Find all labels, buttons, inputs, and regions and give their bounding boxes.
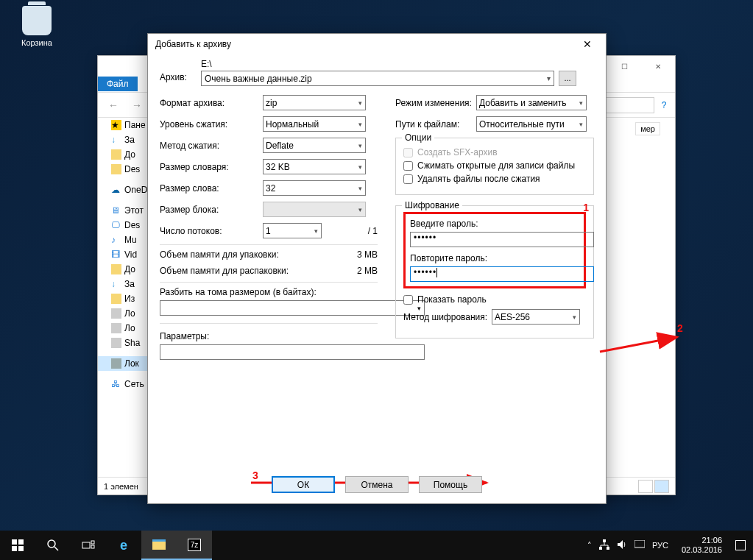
show-password-checkbox[interactable]: Показать пароль (403, 294, 586, 305)
dialog-title-text: Добавить к архиву (155, 39, 576, 49)
update-label: Режим изменения: (395, 98, 476, 108)
cancel-button[interactable]: Отмена (345, 476, 409, 493)
dialog-buttons: ОК Отмена Помощь (148, 476, 606, 493)
password-repeat-input[interactable]: •••••• (410, 266, 594, 282)
svg-rect-3 (18, 539, 24, 545)
view-details-button[interactable] (638, 480, 653, 493)
forward-button[interactable]: → (127, 99, 146, 111)
sidebar-item[interactable]: 🖥Этот (98, 203, 155, 218)
recycle-bin[interactable]: Корзина (15, 6, 59, 47)
tray-network-icon[interactable] (599, 539, 609, 551)
split-label: Разбить на тома размером (в байтах): (160, 287, 378, 297)
threads-label: Число потоков: (160, 226, 263, 236)
7zip-taskbar-button[interactable]: 7z (177, 531, 212, 560)
options-group-title: Опции (402, 132, 434, 143)
threads-select[interactable]: 1▾ (263, 223, 322, 238)
svg-line-7 (54, 547, 58, 550)
maximize-button[interactable]: ☐ (607, 56, 641, 77)
svg-rect-13 (603, 539, 606, 542)
method-select[interactable]: Deflate▾ (263, 138, 366, 153)
mem-pack-label: Объем памяти для упаковки: (160, 249, 357, 260)
paths-label: Пути к файлам: (395, 119, 476, 130)
level-select[interactable]: Нормальный▾ (263, 116, 366, 132)
explorer-taskbar-button[interactable] (141, 531, 177, 560)
sidebar-item[interactable]: Из (98, 291, 155, 306)
close-button[interactable]: ✕ (641, 56, 675, 77)
back-button[interactable]: ← (104, 99, 123, 111)
view-icons-button[interactable] (654, 480, 669, 493)
clock-date: 02.03.2016 (682, 545, 722, 555)
block-label: Размер блока: (160, 205, 263, 215)
level-label: Уровень сжатия: (160, 119, 263, 130)
enc-method-select[interactable]: AES-256▾ (492, 309, 580, 325)
sfx-checkbox: Создать SFX-архив (403, 147, 586, 157)
mem-unpack-label: Объем памяти для распаковки: (160, 266, 357, 276)
sidebar-item[interactable]: ★Пане (98, 118, 155, 132)
file-tab[interactable]: Файл (98, 77, 138, 91)
threads-max: / 1 (368, 226, 378, 236)
sidebar-item[interactable]: 🖧Сеть (98, 377, 155, 391)
mem-unpack-value: 2 MB (357, 266, 378, 276)
tray-volume-icon[interactable] (617, 539, 627, 551)
params-label: Параметры: (160, 331, 378, 341)
sidebar-item[interactable]: До (98, 147, 155, 162)
word-select[interactable]: 32▾ (263, 180, 366, 196)
mem-pack-value: 3 MB (357, 249, 378, 260)
sidebar-item[interactable]: ♪Mu (98, 233, 155, 247)
shared-checkbox[interactable]: Сжимать открытые для записи файлы (403, 160, 586, 171)
edge-button[interactable]: e (106, 531, 141, 560)
browse-button[interactable]: ... (559, 71, 576, 86)
tray-chevron-icon[interactable]: ˄ (587, 541, 592, 550)
format-select[interactable]: zip▾ (263, 95, 366, 110)
start-button[interactable] (0, 531, 35, 560)
params-input[interactable] (160, 344, 425, 360)
recycle-bin-icon (22, 6, 52, 35)
sidebar-item[interactable]: Ло (98, 321, 155, 336)
password-input[interactable]: •••••• (410, 232, 594, 247)
sidebar-item[interactable]: 🖵Des (98, 218, 155, 233)
annotation-2: 2 (677, 322, 683, 334)
sidebar-item[interactable]: ↓За (98, 277, 155, 291)
svg-point-6 (48, 540, 55, 547)
split-combo[interactable]: ▾ (160, 300, 425, 316)
view-buttons (638, 480, 669, 493)
sidebar-item[interactable]: Лок (98, 356, 155, 371)
tray-input-icon[interactable] (634, 540, 645, 550)
help-icon[interactable]: ? (659, 100, 669, 110)
paths-select[interactable]: Относительные пути▾ (476, 116, 587, 132)
tray-language[interactable]: РУС (652, 541, 668, 550)
delete-checkbox[interactable]: Удалять файлы после сжатия (403, 174, 586, 184)
enc-method-label: Метод шифрования: (403, 312, 492, 322)
archive-name-value: Очень важные данные.zip (205, 74, 312, 84)
options-group: Опции Создать SFX-архив Сжимать открытые… (395, 138, 594, 195)
status-text: 1 элемен (104, 482, 138, 491)
clock-time: 21:06 (682, 536, 722, 545)
dialog-close-button[interactable]: ✕ (576, 38, 598, 50)
sidebar-item[interactable]: Des (98, 162, 155, 177)
tray-clock[interactable]: 21:06 02.03.2016 (676, 536, 728, 555)
sidebar-item[interactable]: 🎞Vid (98, 247, 155, 262)
update-select[interactable]: Добавить и заменить▾ (476, 95, 587, 110)
encryption-group: Шифрование 1 Введите пароль: •••••• Повт… (395, 205, 594, 339)
column-header[interactable]: мер (635, 122, 660, 135)
sidebar-item[interactable]: Sha (98, 336, 155, 350)
taskbar: e 7z ˄ РУС 21:06 02.03.2016 (0, 531, 753, 560)
sidebar-item[interactable]: До (98, 262, 155, 277)
encryption-highlight-box: Введите пароль: •••••• Повторите пароль:… (403, 212, 586, 288)
svg-rect-4 (12, 546, 17, 551)
archive-name-combo[interactable]: Очень важные данные.zip ▾ (201, 71, 554, 86)
sidebar-item[interactable]: Ло (98, 306, 155, 321)
help-button[interactable]: Помощь (419, 476, 482, 493)
dialog-titlebar: Добавить к архиву ✕ (148, 34, 606, 54)
svg-rect-11 (599, 547, 602, 550)
method-label: Метод сжатия: (160, 141, 263, 151)
ok-button[interactable]: ОК (272, 476, 335, 493)
encryption-group-title: Шифрование (402, 200, 462, 210)
svg-rect-8 (82, 542, 90, 548)
sidebar-item[interactable]: ↓За (98, 132, 155, 147)
sidebar-item[interactable]: ☁OneD (98, 182, 155, 197)
search-button[interactable] (35, 531, 71, 560)
taskview-button[interactable] (71, 531, 106, 560)
dict-select[interactable]: 32 KB▾ (263, 159, 366, 174)
tray-notifications-icon[interactable] (735, 540, 746, 550)
